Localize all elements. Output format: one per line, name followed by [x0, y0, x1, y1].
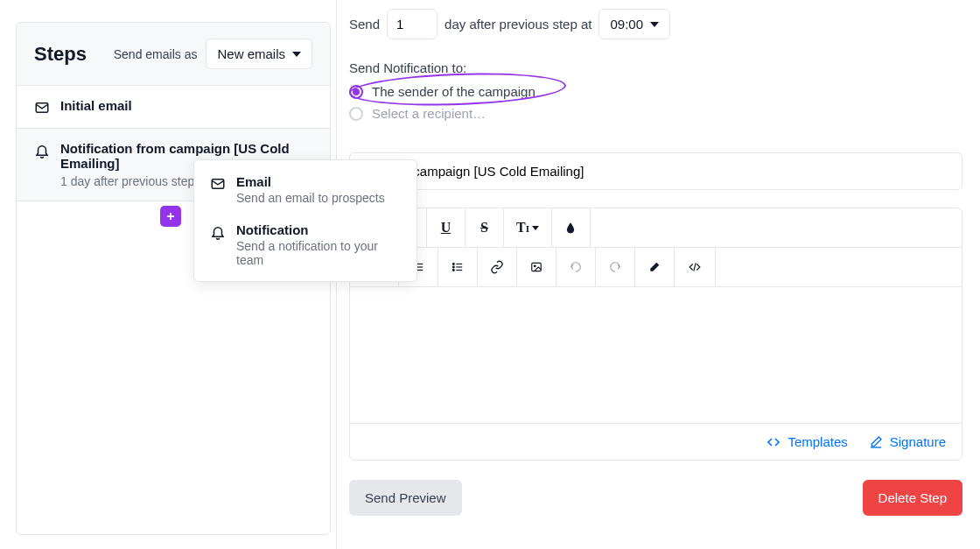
timing-row: Send day after previous step at 09:00: [349, 9, 962, 39]
add-step-popover: Email Send an email to prospects Notific…: [193, 159, 417, 282]
svg-point-18: [534, 265, 536, 267]
text-style-button[interactable]: TI: [504, 208, 552, 247]
send-preview-button[interactable]: Send Preview: [349, 480, 462, 516]
chevron-down-icon: [532, 226, 539, 230]
undo-button[interactable]: [556, 248, 596, 286]
step-item-initial[interactable]: Initial email: [17, 86, 330, 129]
plus-icon: [164, 210, 177, 222]
bottom-actions: Send Preview Delete Step: [349, 480, 962, 516]
days-input[interactable]: [387, 9, 438, 39]
redo-button[interactable]: [596, 248, 635, 286]
popover-item-notification[interactable]: Notification Send a notification to your…: [194, 214, 416, 276]
undo-icon: [569, 261, 583, 273]
radio-label: The sender of the campaign: [372, 84, 536, 99]
ink-drop-button[interactable]: [552, 208, 591, 247]
radio-sender-of-campaign[interactable]: The sender of the campaign: [349, 84, 962, 99]
toolbar-spacer: [716, 248, 962, 286]
popover-item-sub: Send a notification to your team: [236, 239, 401, 267]
code-icon: [687, 261, 703, 273]
code-brackets-icon: [766, 435, 780, 449]
send-as-value: New emails: [217, 46, 285, 61]
ink-drop-icon: [564, 221, 577, 235]
mail-icon: [210, 176, 226, 192]
strikethrough-button[interactable]: S: [466, 208, 504, 247]
radio-label: Select a recipient…: [372, 106, 486, 121]
send-suffix: day after previous step at: [444, 17, 592, 32]
bell-icon: [34, 143, 50, 158]
send-as-label: Send emails as: [114, 47, 198, 61]
svg-rect-17: [532, 263, 542, 271]
add-step-button[interactable]: [160, 206, 181, 227]
signature-link[interactable]: Signature: [869, 434, 946, 449]
svg-point-14: [452, 264, 454, 265]
code-view-button[interactable]: [675, 248, 716, 286]
popover-item-email[interactable]: Email Send an email to prospects: [194, 165, 416, 214]
time-select[interactable]: 09:00: [598, 9, 670, 39]
radio-checked-icon: [349, 85, 363, 99]
popover-item-title: Email: [236, 174, 385, 189]
image-icon: [529, 261, 543, 273]
step-title: Initial email: [60, 98, 132, 113]
subject-input[interactable]: [349, 152, 962, 190]
editor-body[interactable]: [350, 287, 962, 423]
notification-radio-group: The sender of the campaign Select a reci…: [349, 84, 962, 121]
chevron-down-icon: [292, 52, 301, 57]
chevron-down-icon: [650, 22, 659, 27]
underline-icon: U: [441, 220, 452, 236]
toolbar-spacer: [591, 208, 962, 247]
eraser-icon: [648, 261, 662, 273]
editor-toolbar: B I U S TI: [350, 208, 962, 287]
redo-icon: [608, 261, 622, 273]
eraser-button[interactable]: [635, 248, 675, 286]
editor-footer: Templates Signature: [350, 423, 962, 460]
popover-item-sub: Send an email to prospects: [236, 191, 385, 205]
unordered-list-button[interactable]: [438, 248, 478, 286]
image-button[interactable]: [517, 248, 556, 286]
send-as-select[interactable]: New emails: [206, 39, 312, 69]
underline-button[interactable]: U: [427, 208, 466, 247]
unordered-list-icon: [451, 261, 465, 273]
svg-point-16: [452, 270, 454, 271]
link-icon: [490, 260, 504, 274]
notification-to-label: Send Notification to:: [349, 60, 962, 75]
rich-text-editor: B I U S TI: [349, 208, 962, 461]
send-prefix: Send: [349, 17, 380, 32]
mail-icon: [34, 100, 50, 116]
editor-panel: Send day after previous step at 09:00 Se…: [336, 0, 975, 549]
toolbar-row-2: 1 2 3: [350, 248, 962, 286]
popover-item-title: Notification: [236, 222, 401, 237]
strikethrough-icon: S: [480, 220, 488, 236]
bell-icon: [210, 224, 226, 240]
radio-unchecked-icon: [349, 107, 363, 121]
templates-link[interactable]: Templates: [766, 434, 847, 449]
delete-step-button[interactable]: Delete Step: [863, 480, 962, 516]
toolbar-row-1: B I U S TI: [350, 208, 962, 248]
steps-title: Steps: [34, 43, 87, 66]
svg-point-15: [452, 266, 454, 268]
templates-label: Templates: [788, 434, 847, 449]
steps-header: Steps Send emails as New emails: [17, 23, 330, 86]
text-style-icon: TI: [516, 220, 529, 236]
time-value: 09:00: [610, 17, 643, 32]
pencil-icon: [869, 435, 883, 449]
signature-label: Signature: [890, 434, 946, 449]
radio-select-recipient[interactable]: Select a recipient…: [349, 106, 962, 121]
link-button[interactable]: [478, 248, 517, 286]
